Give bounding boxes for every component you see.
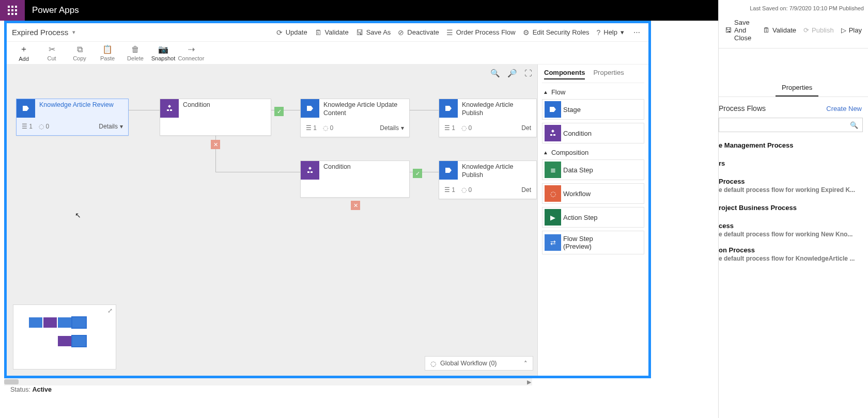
condition-icon bbox=[301, 161, 319, 180]
stage-card-publish[interactable]: Knowledge Article Publish ☰ 1 ◌ 0 Det bbox=[439, 160, 537, 199]
svg-rect-8 bbox=[15, 13, 17, 15]
play-icon: ▷ bbox=[841, 26, 846, 34]
add-button[interactable]: ＋Add bbox=[10, 44, 38, 62]
scroll-right-icon[interactable]: ▶ bbox=[527, 379, 531, 385]
more-commands-button[interactable]: ⋯ bbox=[631, 28, 643, 36]
component-condition[interactable]: Condition bbox=[542, 123, 644, 143]
tab-components[interactable]: Components bbox=[544, 69, 585, 79]
save-and-close-button[interactable]: 🖫Save And Close bbox=[723, 18, 758, 43]
stage-card-update-content[interactable]: Knowledge Article Update Content ☰ 1 ◌ 0… bbox=[300, 99, 410, 137]
connector-button: ⇢Connector bbox=[177, 44, 205, 61]
designer-toolbar: ＋Add ✂Cut ⧉Copy 📋Paste 🗑Delete 📷Snapshot… bbox=[7, 42, 648, 65]
minimap[interactable]: ⤢ bbox=[13, 304, 116, 369]
workflow-icon: ◌ bbox=[545, 185, 561, 202]
delete-icon: 🗑 bbox=[131, 45, 140, 54]
stage-title: Knowledge Article Publish bbox=[458, 99, 536, 119]
tab-properties-outer[interactable]: Properties bbox=[776, 79, 818, 97]
cursor-icon: ↖ bbox=[75, 211, 81, 219]
designer-canvas[interactable]: 🔍 🔎 ⛶ Knowledge Article Review ☰ 1 ◌ 0 D… bbox=[7, 65, 537, 376]
details-toggle[interactable]: Details▾ bbox=[380, 124, 404, 132]
canvas-horizontal-scrollbar[interactable]: ▶ bbox=[4, 378, 532, 385]
cut-button: ✂Cut bbox=[38, 44, 66, 61]
components-panel: Components Properties ▲Flow Stage Condit… bbox=[537, 65, 648, 376]
fit-to-screen-button[interactable]: ⛶ bbox=[524, 69, 532, 78]
stage-card-publish[interactable]: Knowledge Article Publish ☰ 1 ◌ 0 Det bbox=[439, 99, 537, 137]
stage-icon bbox=[545, 101, 561, 118]
help-button[interactable]: ?Help▾ bbox=[596, 28, 624, 37]
group-composition-header[interactable]: ▲Composition bbox=[543, 149, 643, 156]
app-launcher-button[interactable] bbox=[0, 0, 25, 21]
group-flow-header[interactable]: ▲Flow bbox=[543, 88, 643, 96]
connector-line bbox=[129, 110, 160, 110]
component-stage[interactable]: Stage bbox=[542, 99, 644, 120]
condition-true-badge: ✓ bbox=[274, 107, 284, 116]
condition-false-badge: ✕ bbox=[211, 140, 220, 149]
steps-icon: ☰ 1 bbox=[444, 186, 455, 194]
minimap-node bbox=[72, 336, 86, 346]
condition-icon bbox=[545, 125, 561, 141]
triangle-down-icon: ▲ bbox=[543, 150, 548, 155]
save-as-button[interactable]: 🖫Save As bbox=[356, 28, 391, 37]
component-action-step[interactable]: ▶Action Step bbox=[542, 207, 644, 228]
snapshot-button[interactable]: 📷Snapshot bbox=[149, 44, 177, 61]
component-workflow[interactable]: ◌Workflow bbox=[542, 183, 644, 204]
chevron-up-icon: ˄ bbox=[524, 360, 528, 367]
validate-button[interactable]: 🗓Validate bbox=[315, 28, 349, 37]
refresh-icon: ⟳ bbox=[803, 26, 809, 34]
order-process-flow-button[interactable]: ☰Order Process Flow bbox=[446, 28, 516, 37]
stage-card-review[interactable]: Knowledge Article Review ☰ 1 ◌ 0 Details… bbox=[16, 99, 129, 136]
connector-line bbox=[215, 172, 300, 172]
process-flow-search[interactable]: 🔍 bbox=[719, 118, 863, 132]
condition-icon bbox=[160, 99, 179, 118]
minimap-node bbox=[29, 317, 42, 328]
component-data-step[interactable]: ≣Data Step bbox=[542, 159, 644, 180]
workflow-count-icon: ◌ 0 bbox=[39, 123, 49, 130]
designer-frame: Expired Process ▾ ⟳Update 🗓Validate 🖫Sav… bbox=[4, 21, 651, 378]
global-workflow-toggle[interactable]: ◌Global Workflow (0) ˄ bbox=[425, 356, 533, 371]
process-title[interactable]: Expired Process bbox=[12, 28, 68, 37]
tab-properties[interactable]: Properties bbox=[593, 69, 624, 79]
calendar-icon: 🗓 bbox=[315, 28, 322, 37]
play-button[interactable]: ▷Play bbox=[839, 25, 864, 35]
save-icon: 🖫 bbox=[356, 28, 363, 37]
process-flow-item[interactable]: roject Business Process bbox=[719, 200, 868, 213]
chevron-down-icon: ▾ bbox=[120, 123, 123, 130]
svg-rect-4 bbox=[11, 9, 13, 11]
stage-icon bbox=[301, 99, 319, 118]
scrollbar-thumb[interactable] bbox=[4, 379, 19, 384]
steps-icon: ☰ 1 bbox=[22, 123, 33, 130]
camera-icon: 📷 bbox=[158, 44, 168, 54]
minimap-expand-icon[interactable]: ⤢ bbox=[107, 307, 113, 314]
process-flow-item[interactable]: Processe default process flow for workin… bbox=[719, 173, 868, 195]
stage-title: Knowledge Article Publish bbox=[458, 161, 536, 181]
process-flows-heading: Process Flows bbox=[719, 104, 766, 112]
edit-security-roles-button[interactable]: ⚙Edit Security Roles bbox=[523, 28, 590, 37]
validate-button-outer[interactable]: 🗓Validate bbox=[761, 25, 798, 35]
copy-button: ⧉Copy bbox=[66, 45, 94, 61]
calendar-icon: 🗓 bbox=[763, 26, 770, 34]
create-new-link[interactable]: Create New bbox=[826, 105, 862, 112]
details-toggle[interactable]: Det bbox=[521, 124, 531, 132]
waffle-icon bbox=[8, 6, 17, 15]
plus-icon: ＋ bbox=[20, 44, 28, 55]
data-step-icon: ≣ bbox=[545, 162, 561, 178]
condition-card[interactable]: Condition bbox=[300, 160, 410, 198]
condition-title: Condition bbox=[319, 161, 355, 173]
process-flow-item[interactable]: rs bbox=[719, 155, 868, 168]
process-flow-item[interactable]: cesse default process flow for working N… bbox=[719, 218, 868, 239]
connector-icon: ⇢ bbox=[188, 44, 195, 54]
update-button[interactable]: ⟳Update bbox=[276, 28, 307, 37]
chevron-down-icon[interactable]: ▾ bbox=[72, 29, 75, 36]
workflow-count-icon: ◌ 0 bbox=[323, 124, 333, 132]
process-flow-item[interactable]: e Management Process bbox=[719, 137, 868, 150]
condition-card[interactable]: Condition bbox=[160, 99, 271, 136]
stage-icon bbox=[17, 99, 35, 118]
zoom-in-button[interactable]: 🔎 bbox=[507, 69, 517, 78]
details-toggle[interactable]: Det bbox=[521, 186, 531, 194]
component-flow-step[interactable]: ⇄Flow Step (Preview) bbox=[542, 231, 644, 254]
details-toggle[interactable]: Details▾ bbox=[99, 123, 123, 130]
zoom-out-button[interactable]: 🔍 bbox=[490, 69, 500, 78]
process-flow-item[interactable]: on Processe default process flow for Kno… bbox=[719, 242, 868, 263]
deactivate-button[interactable]: ⊘Deactivate bbox=[398, 28, 439, 37]
right-strip: Last Saved on: 7/9/2020 10:10 PM Publish… bbox=[718, 0, 868, 418]
